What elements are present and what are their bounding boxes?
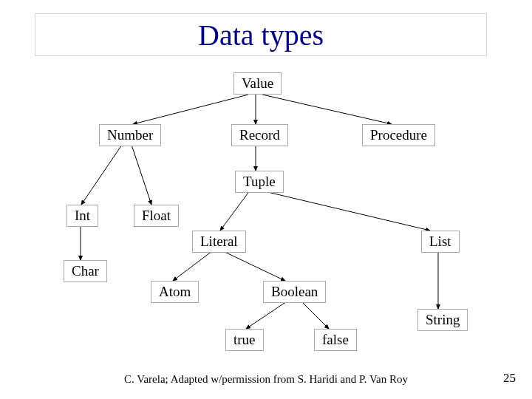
node-float: Float [134, 205, 179, 227]
title-container: Data types [35, 13, 487, 56]
node-list: List [421, 231, 460, 253]
svg-line-7 [262, 191, 430, 231]
page-number: 25 [503, 371, 516, 386]
node-literal: Literal [192, 231, 246, 253]
node-procedure: Procedure [362, 124, 435, 146]
svg-line-3 [81, 145, 122, 205]
node-tuple: Tuple [235, 171, 284, 193]
node-record: Record [231, 124, 288, 146]
svg-line-10 [223, 251, 285, 281]
node-value: Value [233, 72, 282, 95]
svg-line-12 [246, 301, 287, 329]
svg-line-9 [173, 251, 212, 281]
node-false: false [314, 329, 357, 351]
node-boolean: Boolean [263, 281, 326, 303]
node-number: Number [99, 124, 161, 146]
svg-line-6 [220, 191, 250, 231]
node-int: Int [66, 205, 98, 227]
credit-text: C. Varela; Adapted w/permission from S. … [0, 373, 532, 386]
svg-line-4 [132, 145, 151, 205]
diagram-lines [0, 0, 532, 399]
svg-line-13 [301, 301, 329, 329]
node-char: Char [64, 260, 107, 282]
svg-line-0 [133, 95, 248, 124]
node-atom: Atom [151, 281, 199, 303]
node-true: true [225, 329, 264, 351]
page-title: Data types [198, 18, 324, 52]
node-string: String [417, 309, 468, 331]
svg-line-2 [262, 95, 392, 124]
